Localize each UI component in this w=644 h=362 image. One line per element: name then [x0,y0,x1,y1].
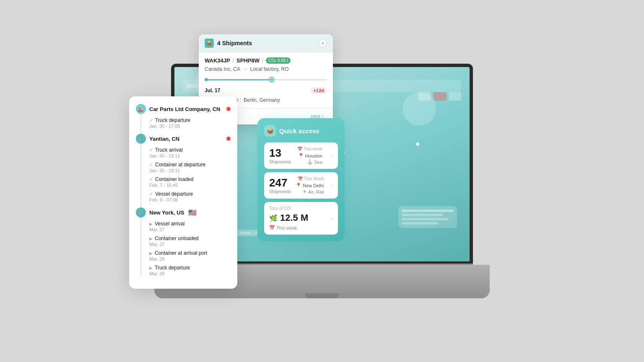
quick-access-header: 📦 Quick access [264,125,338,137]
qa-week-label-2: This Week [304,176,324,181]
events-section-2: ✓ Truck arrival Jan. 30 - 19:11 ✓ Contai… [136,147,231,202]
leaf-icon: 🌿 [269,214,278,222]
event-1-name: Truck departure [155,117,190,123]
qa-co2-number: 🌿 12.5 M [269,212,308,223]
calendar-icon-2: 📅 [298,176,303,181]
sep2: / [262,58,263,64]
co2-badge: CO₂ 0.05 t [266,57,291,64]
event-truck-departure-2: ▶ Truck departure Mar. 28 [149,265,231,276]
qa-meta-delhi: 📍 New Delhi [296,183,324,188]
event-container-loaded: ✓ Container loaded Feb. 7 - 15:45 [149,176,231,188]
shipment-route: Canada Inc, CA → Local factory, RO [205,66,327,72]
location-3: ⚓ New York, US 🇺🇸 [136,207,231,217]
anchor-icon: ⚓ [136,134,146,144]
calendar-icon-3: 📅 [269,225,275,230]
timeline-info: Jul. 17 +12d [205,87,327,94]
event-3-1-name: Container unloaded [155,235,199,241]
event-container-arrival-port: ▶ Container at arrival port Mar. 28 [149,250,231,261]
qa-label-13: Shipments [269,159,291,164]
us-flag: 🇺🇸 [188,209,197,217]
delay-badge: +12d [311,87,327,94]
qa-meta2-2: Air, Rail [308,189,324,194]
factory-icon: 🏭 [136,104,146,114]
popup-title: 4 Shipments [217,40,252,47]
location-3-name: New York, US [149,209,184,216]
shipment-id-primary: WAK34JP [205,57,230,64]
co2-value: 12.5 M [280,212,308,223]
location-2-name: Yantian, CN [149,136,179,142]
qa-label-247: Shipments [269,189,291,194]
qa-co2-item[interactable]: Tons of CO² 🌿 12.5 M 📅 This week › [264,202,338,235]
qa-item-247-right: 📅 This Week 📍 New Delhi ✈ Air, Rail [296,176,324,194]
event-3-2-date: Mar. 28 [149,256,231,261]
qa-arrow-1: › [331,153,333,159]
events-section-3: ▶ Vessel arrival Mar. 27 ▶ Container unl… [136,221,231,276]
qa-item-247-left: 247 Shipments [269,177,291,194]
event-2-3-name: Vessel departure [155,191,193,197]
calendar-icon-1: 📅 [297,147,302,151]
qa-meta1-1: Houston [305,153,322,158]
route-origin: Canada Inc, CA [205,66,240,72]
qa-meta2-air-rail: ✈ Air, Rail [296,189,324,194]
ui-layer: 📦 4 Shipments × WAK34JP / SPHP8W / CO₂ 0… [0,0,644,362]
screen-table [398,206,457,228]
event-2-2-name: Container loaded [155,176,193,182]
location-1-dot [226,107,231,111]
ship-icon-1: ⚓ [307,159,313,165]
event-container-departure: ✓ Container at departure Jan. 30 - 19:11 [149,162,231,173]
qa-co2-arrow: › [331,215,333,222]
event-truck-arrival: ✓ Truck arrival Jan. 30 - 19:11 [149,147,231,158]
tracking-card[interactable]: 🏭 Car Parts Ltd Company, CN ✓ Truck depa… [129,96,237,289]
timeline-bar [205,76,327,83]
timeline-date: Jul. 17 [205,88,220,93]
popup-header: 📦 4 Shipments × [199,34,333,52]
qa-meta2-sea: ⚓ Sea [297,159,322,165]
popup-box-icon: 📦 [205,39,214,48]
location-2: ⚓ Yantian, CN [136,134,231,144]
event-truck-departure: ✓ Truck departure Jan. 30 - 17:05 [149,117,231,129]
popup-close-button[interactable]: × [319,39,327,47]
qa-meta1-2: New Delhi [303,183,324,188]
shipment-ids: WAK34JP / SPHP8W / CO₂ 0.05 t [205,57,327,64]
laptop-notch [305,293,339,298]
location-section-1: 🏭 Car Parts Ltd Company, CN ✓ Truck depa… [136,104,231,129]
qa-item-13[interactable]: 13 Shipments 📅 This week 📍 Houston ⚓ Sea… [264,142,338,169]
event-vessel-departure: ✓ Vessel departure Feb. 9 - 07:06 [149,191,231,202]
quick-access-title: Quick access [279,127,319,134]
qa-meta-houston: 📍 Houston [297,153,322,158]
qa-meta2-1: Sea [314,160,322,165]
location-icon-1: 📍 [298,153,304,158]
event-2-0-date: Jan. 30 - 19:11 [149,153,231,158]
route-arrow: → [243,66,248,72]
qa-week-1: 📅 This week [297,147,322,151]
location-section-2: ⚓ Yantian, CN ✓ Truck arrival Jan. 30 - … [136,134,231,202]
quick-access-card[interactable]: 📦 Quick access 13 Shipments 📅 This week … [257,118,345,241]
qa-co2-label: Tons of CO² [269,206,308,211]
event-2-1-name: Container at departure [155,162,205,168]
event-vessel-arrival: ▶ Vessel arrival Mar. 27 [149,221,231,232]
in-transit-location: Berlin, Germany [244,97,280,103]
quick-access-icon: 📦 [264,125,276,137]
plane-icon: ✈ [303,189,306,194]
co2-week-label: This week [276,225,297,230]
event-3-1-date: Mar. 27 [149,242,231,247]
event-container-unloaded: ▶ Container unloaded Mar. 27 [149,235,231,247]
qa-week-2: 📅 This Week [296,176,324,181]
event-2-3-date: Feb. 9 - 07:06 [149,197,231,202]
shipment-id-secondary: SPHP8W [236,57,260,64]
popup-title-row: 📦 4 Shipments [205,39,252,48]
tracking-timeline: 🏭 Car Parts Ltd Company, CN ✓ Truck depa… [136,104,231,276]
sep1: / [233,58,234,64]
location-icon-2: 📍 [296,183,301,188]
qa-arrow-2: › [331,182,333,189]
port-icon: ⚓ [136,207,146,217]
event-1-date: Jan. 30 - 17:05 [149,124,231,129]
qa-item-247[interactable]: 247 Shipments 📅 This Week 📍 New Delhi ✈ … [264,172,338,199]
qa-number-247: 247 [269,177,291,188]
event-3-2-name: Container at arrival port [155,250,207,256]
event-2-1-date: Jan. 30 - 19:11 [149,168,231,173]
qa-co2-week: 📅 This week [269,225,308,230]
location-2-dot [226,137,231,141]
qa-week-label-1: This week [304,147,322,151]
qa-item-13-right: 📅 This week 📍 Houston ⚓ Sea [297,147,322,165]
